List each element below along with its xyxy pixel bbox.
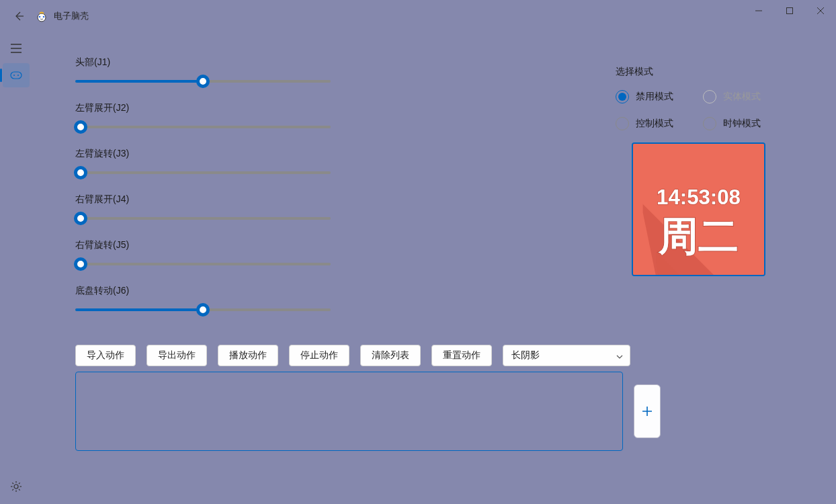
sidebar-menu-button[interactable] <box>3 36 30 60</box>
slider-thumb[interactable] <box>74 166 87 179</box>
slider-track-j2[interactable] <box>75 121 331 133</box>
svg-rect-4 <box>11 72 22 79</box>
slider-label: 头部(J1) <box>75 56 331 69</box>
slider-label: 右臂旋转(J5) <box>75 239 331 251</box>
slider-label: 右臂展开(J4) <box>75 194 331 206</box>
svg-line-15 <box>12 489 13 491</box>
action-button-row: 导入动作 导出动作 播放动作 停止动作 清除列表 重置动作 长阴影 <box>75 345 630 366</box>
svg-line-12 <box>12 482 13 484</box>
app-title: 电子脑壳 <box>54 10 89 22</box>
back-icon <box>13 11 24 22</box>
sidebar-controller-button[interactable] <box>3 63 30 87</box>
add-action-button[interactable] <box>634 384 661 438</box>
minimize-button[interactable] <box>743 0 774 22</box>
menu-icon <box>11 44 22 53</box>
radio-label: 实体模式 <box>723 91 761 103</box>
close-button[interactable] <box>805 0 836 22</box>
slider-column: 头部(J1) 左臂展开(J2) 左臂旋转(J3) 右臂展开 <box>75 56 331 331</box>
slider-j5: 右臂旋转(J5) <box>75 239 331 270</box>
svg-line-13 <box>19 489 20 491</box>
slider-j6: 底盘转动(J6) <box>75 285 331 316</box>
close-icon <box>817 7 824 14</box>
slider-thumb[interactable] <box>74 257 87 271</box>
clock-tile[interactable]: 14:53:08 周二 <box>632 142 765 276</box>
svg-rect-3 <box>787 8 793 14</box>
slider-j3: 左臂旋转(J3) <box>75 148 331 179</box>
mode-title: 选择模式 <box>616 66 777 78</box>
radio-label: 控制模式 <box>636 118 673 130</box>
clear-button[interactable]: 清除列表 <box>360 345 421 366</box>
app-icon <box>35 9 48 23</box>
title-bar: 电子脑壳 <box>0 0 836 32</box>
slider-track-j6[interactable] <box>75 304 331 316</box>
add-icon <box>642 407 652 416</box>
back-button[interactable] <box>5 3 32 30</box>
reset-button[interactable]: 重置动作 <box>431 345 492 366</box>
slider-thumb[interactable] <box>74 120 87 134</box>
slider-label: 底盘转动(J6) <box>75 285 331 297</box>
export-button[interactable]: 导出动作 <box>147 345 207 366</box>
controller-icon <box>10 71 22 80</box>
play-button[interactable]: 播放动作 <box>218 345 278 366</box>
svg-point-1 <box>39 16 41 18</box>
import-button[interactable]: 导入动作 <box>75 345 136 366</box>
slider-j4: 右臂展开(J4) <box>75 194 331 224</box>
action-list[interactable] <box>75 372 623 451</box>
radio-control-mode[interactable]: 控制模式 <box>616 117 689 130</box>
slider-track-j4[interactable] <box>75 212 331 224</box>
clock-graphic: 14:53:08 周二 <box>633 144 764 275</box>
mode-radio-group: 禁用模式 实体模式 控制模式 时钟模式 <box>616 90 777 130</box>
dropdown-selected: 长阴影 <box>511 349 540 362</box>
slider-track-j3[interactable] <box>75 167 331 179</box>
radio-entity-mode: 实体模式 <box>703 90 777 103</box>
slider-thumb[interactable] <box>74 212 87 225</box>
radio-disable-mode[interactable]: 禁用模式 <box>616 90 689 103</box>
chevron-down-icon <box>616 350 623 361</box>
main-content: 头部(J1) 左臂展开(J2) 左臂旋转(J3) 右臂展开 <box>32 32 836 504</box>
slider-label: 左臂旋转(J3) <box>75 148 331 160</box>
radio-icon <box>616 117 629 130</box>
slider-j2: 左臂展开(J2) <box>75 102 331 133</box>
slider-j1: 头部(J1) <box>75 56 331 87</box>
svg-text:周二: 周二 <box>658 214 739 259</box>
svg-line-14 <box>19 482 20 484</box>
radio-label: 时钟模式 <box>723 118 761 130</box>
mode-panel: 选择模式 禁用模式 实体模式 控制模式 时钟模式 <box>616 66 777 130</box>
slider-thumb[interactable] <box>196 75 210 88</box>
slider-label: 左臂展开(J2) <box>75 102 331 114</box>
gear-icon <box>11 481 22 492</box>
window-controls <box>743 0 836 22</box>
svg-point-6 <box>17 75 19 76</box>
stop-button[interactable]: 停止动作 <box>289 345 349 366</box>
minimize-icon <box>755 7 762 14</box>
radio-icon <box>616 90 629 103</box>
svg-point-2 <box>43 16 45 18</box>
maximize-button[interactable] <box>774 0 805 22</box>
svg-text:14:53:08: 14:53:08 <box>657 185 741 209</box>
radio-icon <box>703 90 716 103</box>
style-dropdown[interactable]: 长阴影 <box>503 345 630 366</box>
maximize-icon <box>786 7 793 14</box>
radio-label: 禁用模式 <box>636 91 673 103</box>
radio-clock-mode[interactable]: 时钟模式 <box>703 117 777 130</box>
svg-point-0 <box>38 13 46 22</box>
slider-track-j1[interactable] <box>75 75 331 87</box>
sidebar-settings-button[interactable] <box>3 474 30 499</box>
sidebar <box>0 32 32 504</box>
slider-thumb[interactable] <box>196 303 210 317</box>
svg-point-5 <box>13 75 15 76</box>
svg-point-7 <box>14 485 18 489</box>
radio-icon <box>703 117 716 130</box>
slider-track-j5[interactable] <box>75 258 331 270</box>
